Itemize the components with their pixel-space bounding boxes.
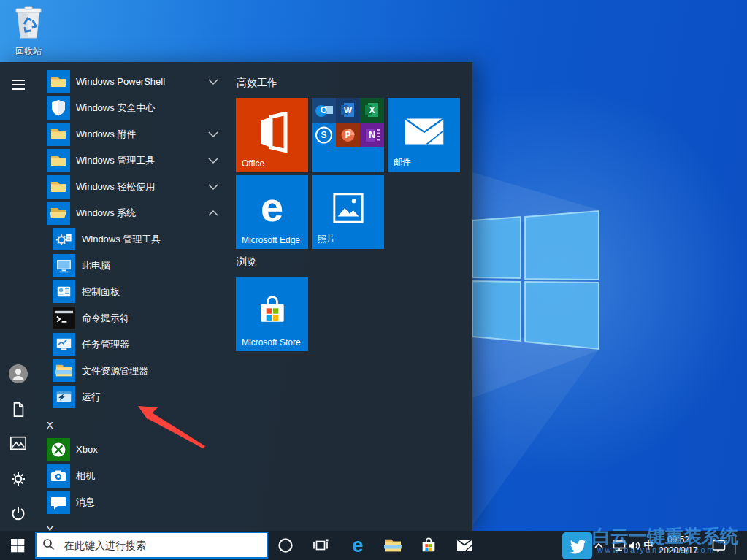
app-label: Xbox bbox=[76, 438, 98, 461]
chevron-down-icon[interactable] bbox=[208, 78, 218, 85]
section-header-y[interactable]: Y bbox=[47, 523, 76, 531]
run-icon bbox=[53, 386, 75, 408]
edge-taskbar-button[interactable]: e bbox=[342, 531, 374, 560]
cortana-button[interactable] bbox=[269, 531, 302, 560]
app-list-item-windows-system[interactable]: Windows 系统 bbox=[0, 202, 232, 225]
app-list-item-camera[interactable]: 相机 bbox=[0, 464, 232, 488]
open-folder-icon bbox=[47, 202, 70, 225]
desktop: 回收站 bbox=[0, 0, 747, 560]
folder-icon bbox=[47, 123, 70, 146]
powerpoint-chip[interactable]: P bbox=[336, 123, 360, 147]
tile-label: 照片 bbox=[318, 233, 335, 245]
app-label: Windows PowerShell bbox=[76, 70, 165, 93]
recycle-bin-desktop-icon[interactable]: 回收站 bbox=[7, 4, 50, 58]
message-bubble-icon bbox=[47, 491, 70, 514]
app-list-item-this-pc[interactable]: 此电脑 bbox=[0, 254, 232, 277]
app-label: 文件资源管理器 bbox=[82, 359, 148, 383]
app-list-item-messaging[interactable]: 消息 bbox=[0, 491, 232, 514]
file-explorer-taskbar-button[interactable] bbox=[377, 531, 409, 560]
tile-office-apps-group[interactable]: O W X S P bbox=[312, 98, 384, 172]
chevron-down-icon[interactable] bbox=[208, 157, 218, 164]
xbox-icon bbox=[47, 438, 70, 461]
admin-tools-icon bbox=[53, 228, 75, 250]
app-label: 命令提示符 bbox=[82, 307, 129, 330]
onenote-letter: N bbox=[369, 130, 375, 140]
outlook-letter: O bbox=[321, 105, 327, 115]
file-explorer-icon bbox=[383, 537, 402, 553]
edge-letter: e bbox=[261, 187, 283, 228]
skype-letter: S bbox=[321, 130, 326, 140]
tile-label: Microsoft Store bbox=[242, 337, 301, 348]
app-list-item-task-manager[interactable]: 任务管理器 bbox=[0, 333, 232, 356]
tile-microsoft-store[interactable]: Microsoft Store bbox=[236, 277, 308, 351]
mail-taskbar-button[interactable] bbox=[448, 531, 480, 560]
app-label: Windows 安全中心 bbox=[76, 96, 155, 120]
app-list-item-windows-powershell[interactable]: Windows PowerShell bbox=[0, 70, 232, 93]
skype-chip[interactable]: S bbox=[312, 123, 336, 147]
bird-icon bbox=[568, 538, 587, 554]
app-label: Windows 管理工具 bbox=[82, 228, 161, 251]
chevron-down-icon[interactable] bbox=[208, 131, 218, 138]
app-list-item-windows-security[interactable]: Windows 安全中心 bbox=[0, 96, 232, 120]
start-menu: Windows PowerShell Windows 安全中心 Windows … bbox=[0, 62, 472, 531]
mail-envelope-icon bbox=[456, 538, 473, 553]
command-prompt-icon bbox=[53, 307, 75, 329]
app-list-item-xbox[interactable]: Xbox bbox=[0, 438, 232, 461]
control-panel-icon bbox=[53, 280, 75, 303]
app-list-item-windows-admin-tools[interactable]: Windows 管理工具 bbox=[0, 149, 232, 172]
app-list-item-windows-accessories[interactable]: Windows 附件 bbox=[0, 123, 232, 146]
word-letter: W bbox=[344, 105, 352, 115]
task-view-icon bbox=[312, 537, 329, 553]
store-taskbar-button[interactable] bbox=[413, 531, 445, 560]
app-label: Windows 轻松使用 bbox=[76, 175, 155, 199]
start-button[interactable] bbox=[1, 531, 34, 560]
taskbar-search-input[interactable] bbox=[35, 532, 268, 559]
windows-logo-icon bbox=[10, 538, 25, 553]
word-chip[interactable]: W bbox=[336, 98, 360, 123]
folder-icon bbox=[47, 175, 70, 199]
chevron-up-icon[interactable] bbox=[208, 210, 218, 217]
outlook-chip[interactable]: O bbox=[312, 98, 336, 123]
folder-icon bbox=[47, 149, 70, 172]
edge-icon: e bbox=[352, 536, 363, 556]
tile-label: Microsoft Edge bbox=[242, 235, 300, 245]
cortana-circle-icon bbox=[277, 537, 294, 553]
onenote-chip[interactable]: N bbox=[360, 123, 384, 147]
tile-group-title-explore[interactable]: 浏览 bbox=[237, 256, 257, 269]
folder-icon bbox=[47, 70, 70, 93]
app-list-item-file-explorer[interactable]: 文件资源管理器 bbox=[0, 359, 232, 383]
tile-label: Office bbox=[242, 158, 264, 169]
app-list-item-control-panel[interactable]: 控制面板 bbox=[0, 280, 232, 304]
chevron-down-icon[interactable] bbox=[208, 183, 218, 191]
app-label: 控制面板 bbox=[82, 280, 120, 304]
app-label: Windows 系统 bbox=[76, 202, 136, 225]
shield-icon bbox=[47, 96, 70, 120]
store-bag-icon bbox=[420, 537, 437, 554]
tile-photos[interactable]: 照片 bbox=[312, 175, 384, 249]
powerpoint-letter: P bbox=[345, 130, 350, 140]
tile-mail[interactable]: 邮件 bbox=[388, 98, 460, 172]
recycle-bin-label: 回收站 bbox=[7, 45, 50, 58]
app-list-item-windows-ease-of-access[interactable]: Windows 轻松使用 bbox=[0, 175, 232, 199]
app-label: Windows 附件 bbox=[76, 123, 136, 146]
task-view-button[interactable] bbox=[304, 531, 337, 560]
app-list-item-command-prompt[interactable]: 命令提示符 bbox=[0, 307, 232, 330]
tile-office[interactable]: Office bbox=[236, 98, 308, 172]
app-label: 任务管理器 bbox=[82, 333, 129, 356]
tile-group-title-productivity[interactable]: 高效工作 bbox=[237, 77, 277, 90]
watermark-url: www.baiyunxitong.com bbox=[597, 545, 743, 554]
recycle-bin-icon bbox=[12, 4, 45, 41]
app-list-item-admin-tools[interactable]: Windows 管理工具 bbox=[0, 228, 232, 251]
watermark-bird-logo bbox=[562, 532, 592, 559]
file-explorer-icon bbox=[53, 359, 75, 382]
app-label: Windows 管理工具 bbox=[76, 149, 155, 172]
section-header-x[interactable]: X bbox=[47, 418, 76, 433]
camera-icon bbox=[47, 464, 70, 488]
app-label: 运行 bbox=[82, 386, 101, 409]
app-label: 消息 bbox=[76, 491, 95, 514]
app-list-item-run[interactable]: 运行 bbox=[0, 386, 232, 409]
this-pc-icon bbox=[53, 254, 75, 277]
tile-label: 邮件 bbox=[394, 156, 411, 169]
tile-microsoft-edge[interactable]: e Microsoft Edge bbox=[236, 175, 308, 249]
excel-chip[interactable]: X bbox=[360, 98, 384, 123]
